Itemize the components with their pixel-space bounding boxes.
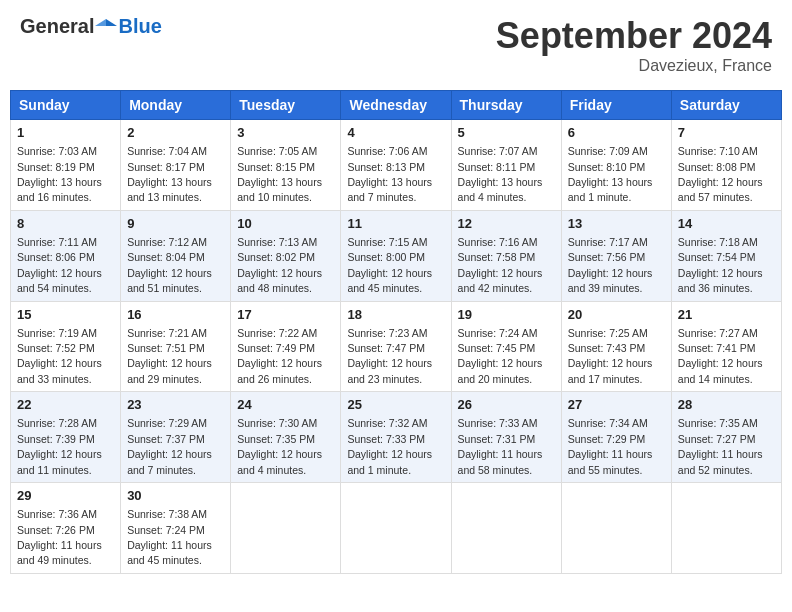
sunset-text: Sunset: 7:47 PM: [347, 342, 425, 354]
col-wednesday: Wednesday: [341, 91, 451, 120]
sunrise-text: Sunrise: 7:34 AM: [568, 417, 648, 429]
month-title: September 2024: [496, 15, 772, 57]
sunset-text: Sunset: 7:49 PM: [237, 342, 315, 354]
sunset-text: Sunset: 8:17 PM: [127, 161, 205, 173]
calendar-day-cell: 24 Sunrise: 7:30 AM Sunset: 7:35 PM Dayl…: [231, 392, 341, 483]
daylight-text2: and 57 minutes.: [678, 191, 753, 203]
sunrise-text: Sunrise: 7:15 AM: [347, 236, 427, 248]
daylight-text2: and 54 minutes.: [17, 282, 92, 294]
day-number: 25: [347, 396, 444, 414]
calendar-day-cell: 14 Sunrise: 7:18 AM Sunset: 7:54 PM Dayl…: [671, 210, 781, 301]
sunset-text: Sunset: 7:45 PM: [458, 342, 536, 354]
col-thursday: Thursday: [451, 91, 561, 120]
sunset-text: Sunset: 7:54 PM: [678, 251, 756, 263]
calendar-day-cell: 9 Sunrise: 7:12 AM Sunset: 8:04 PM Dayli…: [121, 210, 231, 301]
daylight-text: Daylight: 11 hours: [568, 448, 653, 460]
calendar-day-cell: [451, 483, 561, 574]
daylight-text2: and 26 minutes.: [237, 373, 312, 385]
sunrise-text: Sunrise: 7:16 AM: [458, 236, 538, 248]
calendar-week-row: 29 Sunrise: 7:36 AM Sunset: 7:26 PM Dayl…: [11, 483, 782, 574]
daylight-text: Daylight: 12 hours: [237, 357, 322, 369]
day-number: 13: [568, 215, 665, 233]
calendar-day-cell: [231, 483, 341, 574]
day-number: 19: [458, 306, 555, 324]
calendar-week-row: 22 Sunrise: 7:28 AM Sunset: 7:39 PM Dayl…: [11, 392, 782, 483]
calendar-day-cell: 17 Sunrise: 7:22 AM Sunset: 7:49 PM Dayl…: [231, 301, 341, 392]
calendar-week-row: 15 Sunrise: 7:19 AM Sunset: 7:52 PM Dayl…: [11, 301, 782, 392]
daylight-text: Daylight: 13 hours: [127, 176, 212, 188]
daylight-text2: and 33 minutes.: [17, 373, 92, 385]
day-number: 12: [458, 215, 555, 233]
calendar-day-cell: 26 Sunrise: 7:33 AM Sunset: 7:31 PM Dayl…: [451, 392, 561, 483]
day-number: 8: [17, 215, 114, 233]
calendar-day-cell: 23 Sunrise: 7:29 AM Sunset: 7:37 PM Dayl…: [121, 392, 231, 483]
daylight-text: Daylight: 12 hours: [678, 176, 763, 188]
calendar-day-cell: 3 Sunrise: 7:05 AM Sunset: 8:15 PM Dayli…: [231, 120, 341, 211]
calendar-day-cell: 5 Sunrise: 7:07 AM Sunset: 8:11 PM Dayli…: [451, 120, 561, 211]
calendar-day-cell: [561, 483, 671, 574]
day-number: 2: [127, 124, 224, 142]
daylight-text: Daylight: 11 hours: [17, 539, 102, 551]
day-number: 24: [237, 396, 334, 414]
daylight-text2: and 20 minutes.: [458, 373, 533, 385]
sunset-text: Sunset: 7:56 PM: [568, 251, 646, 263]
calendar-day-cell: 30 Sunrise: 7:38 AM Sunset: 7:24 PM Dayl…: [121, 483, 231, 574]
col-monday: Monday: [121, 91, 231, 120]
calendar-day-cell: 29 Sunrise: 7:36 AM Sunset: 7:26 PM Dayl…: [11, 483, 121, 574]
logo-general-text: General: [20, 15, 94, 38]
daylight-text: Daylight: 12 hours: [127, 267, 212, 279]
calendar-table: Sunday Monday Tuesday Wednesday Thursday…: [10, 90, 782, 574]
calendar-day-cell: 11 Sunrise: 7:15 AM Sunset: 8:00 PM Dayl…: [341, 210, 451, 301]
day-number: 1: [17, 124, 114, 142]
daylight-text: Daylight: 13 hours: [17, 176, 102, 188]
location-subtitle: Davezieux, France: [496, 57, 772, 75]
logo-blue-text: Blue: [118, 15, 161, 38]
daylight-text2: and 1 minute.: [347, 464, 411, 476]
day-number: 16: [127, 306, 224, 324]
daylight-text2: and 52 minutes.: [678, 464, 753, 476]
daylight-text: Daylight: 12 hours: [568, 357, 653, 369]
sunset-text: Sunset: 7:29 PM: [568, 433, 646, 445]
sunset-text: Sunset: 7:51 PM: [127, 342, 205, 354]
calendar-day-cell: 18 Sunrise: 7:23 AM Sunset: 7:47 PM Dayl…: [341, 301, 451, 392]
calendar-day-cell: 27 Sunrise: 7:34 AM Sunset: 7:29 PM Dayl…: [561, 392, 671, 483]
logo: General Blue: [20, 15, 162, 38]
day-number: 10: [237, 215, 334, 233]
calendar-week-row: 1 Sunrise: 7:03 AM Sunset: 8:19 PM Dayli…: [11, 120, 782, 211]
daylight-text: Daylight: 12 hours: [17, 448, 102, 460]
sunrise-text: Sunrise: 7:32 AM: [347, 417, 427, 429]
daylight-text: Daylight: 12 hours: [458, 267, 543, 279]
sunset-text: Sunset: 7:39 PM: [17, 433, 95, 445]
col-sunday: Sunday: [11, 91, 121, 120]
calendar-day-cell: 22 Sunrise: 7:28 AM Sunset: 7:39 PM Dayl…: [11, 392, 121, 483]
calendar-day-cell: 19 Sunrise: 7:24 AM Sunset: 7:45 PM Dayl…: [451, 301, 561, 392]
daylight-text: Daylight: 12 hours: [678, 267, 763, 279]
calendar-header-row: Sunday Monday Tuesday Wednesday Thursday…: [11, 91, 782, 120]
calendar-day-cell: 20 Sunrise: 7:25 AM Sunset: 7:43 PM Dayl…: [561, 301, 671, 392]
day-number: 14: [678, 215, 775, 233]
day-number: 29: [17, 487, 114, 505]
sunset-text: Sunset: 8:11 PM: [458, 161, 536, 173]
daylight-text2: and 29 minutes.: [127, 373, 202, 385]
title-area: September 2024 Davezieux, France: [496, 15, 772, 75]
day-number: 28: [678, 396, 775, 414]
sunrise-text: Sunrise: 7:27 AM: [678, 327, 758, 339]
sunrise-text: Sunrise: 7:21 AM: [127, 327, 207, 339]
daylight-text: Daylight: 11 hours: [458, 448, 543, 460]
calendar-day-cell: 28 Sunrise: 7:35 AM Sunset: 7:27 PM Dayl…: [671, 392, 781, 483]
sunset-text: Sunset: 7:52 PM: [17, 342, 95, 354]
sunrise-text: Sunrise: 7:38 AM: [127, 508, 207, 520]
daylight-text: Daylight: 12 hours: [458, 357, 543, 369]
daylight-text: Daylight: 13 hours: [568, 176, 653, 188]
daylight-text: Daylight: 12 hours: [678, 357, 763, 369]
sunrise-text: Sunrise: 7:30 AM: [237, 417, 317, 429]
daylight-text: Daylight: 12 hours: [237, 448, 322, 460]
sunset-text: Sunset: 8:02 PM: [237, 251, 315, 263]
sunset-text: Sunset: 8:06 PM: [17, 251, 95, 263]
logo-bird-icon: [95, 16, 117, 38]
daylight-text: Daylight: 12 hours: [237, 267, 322, 279]
daylight-text: Daylight: 13 hours: [347, 176, 432, 188]
daylight-text2: and 55 minutes.: [568, 464, 643, 476]
daylight-text: Daylight: 12 hours: [568, 267, 653, 279]
daylight-text2: and 23 minutes.: [347, 373, 422, 385]
